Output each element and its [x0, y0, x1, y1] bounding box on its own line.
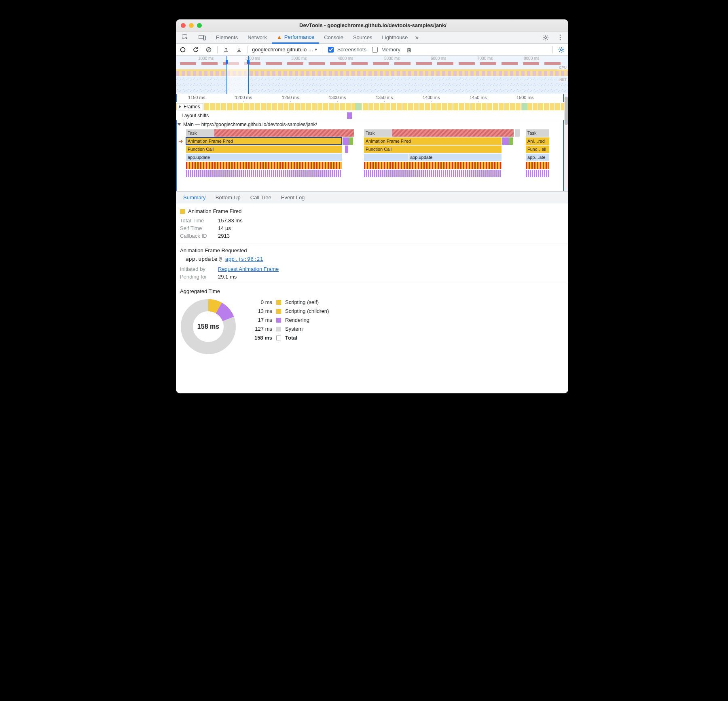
flamechart[interactable]: Task Task Task Animation Frame Fired Ani… [176, 129, 568, 188]
ruler-tick: 1400 ms [423, 95, 440, 100]
main-tabs: Elements Network ▲Performance Console So… [176, 32, 568, 44]
layout-bar[interactable] [502, 137, 509, 145]
tab-bottomup[interactable]: Bottom-Up [211, 191, 245, 203]
download-profile-icon[interactable] [235, 45, 243, 54]
upload-profile-icon[interactable] [222, 45, 231, 54]
function-call-bar[interactable]: Function Call [364, 146, 502, 153]
inspect-icon[interactable] [178, 32, 194, 44]
legend-row: 127 msSystem [248, 326, 329, 332]
frames-track[interactable]: Frames [176, 102, 568, 111]
overview-panel[interactable]: 1000 ms2000 ms3000 ms4000 ms5000 ms6000 … [176, 56, 568, 94]
app-update-bar[interactable]: app…ate [526, 154, 549, 161]
more-tabs-icon[interactable]: » [413, 32, 421, 44]
flamechart-ruler: 1150 ms1200 ms1250 ms1300 ms1350 ms1400 … [176, 94, 568, 102]
subsection-title: Animation Frame Requested [180, 247, 564, 253]
category-swatch-icon [180, 209, 185, 214]
memory-checkbox[interactable]: Memory [370, 46, 400, 54]
ruler-tick: 1350 ms [376, 95, 393, 100]
task-long-bar[interactable] [214, 129, 354, 137]
capture-settings-gear-icon[interactable] [557, 45, 566, 54]
tab-network[interactable]: Network [243, 32, 272, 44]
pending-for: 29.1 ms [218, 274, 237, 280]
device-toggle-icon[interactable] [194, 32, 211, 44]
legend-row: 0 msScripting (self) [248, 299, 329, 305]
task-bar[interactable]: Task [364, 129, 392, 137]
self-time: 14 μs [218, 225, 231, 231]
screenshots-checkbox[interactable]: Screenshots [326, 46, 366, 54]
legend-row: 13 msScripting (children) [248, 308, 329, 314]
collect-garbage-icon[interactable] [404, 45, 413, 54]
svg-rect-7 [407, 49, 411, 52]
function-call-bar[interactable]: Function Call [186, 146, 342, 153]
task-bar[interactable]: Task [186, 129, 214, 137]
callsite-func: app.update [186, 256, 217, 262]
tab-summary[interactable]: Summary [178, 191, 211, 203]
animation-frame-fired-bar[interactable]: Animation Frame Fired [364, 137, 502, 145]
svg-point-8 [561, 49, 562, 50]
tab-calltree[interactable]: Call Tree [245, 191, 276, 203]
ruler-tick: 1450 ms [470, 95, 487, 100]
minimize-icon[interactable] [189, 23, 194, 28]
frames-label[interactable]: Frames [177, 103, 203, 110]
donut-center: 158 ms [180, 298, 237, 355]
window-titlebar: DevTools - googlechrome.github.io/devtoo… [176, 19, 568, 32]
tab-sources[interactable]: Sources [348, 32, 377, 44]
callback-id: 2913 [218, 233, 230, 239]
recording-dropdown[interactable]: googlechrome.github.io …▼ [252, 46, 318, 53]
layout-bar[interactable] [343, 137, 349, 145]
layout-shifts-track[interactable]: Layout shifts [176, 111, 568, 120]
legend-total: 158 msTotal [248, 335, 329, 341]
close-icon[interactable] [181, 23, 186, 28]
layout-bar2[interactable] [345, 146, 348, 153]
task-long-bar[interactable] [392, 129, 514, 137]
devtools-window: DevTools - googlechrome.github.io/devtoo… [176, 19, 568, 393]
animation-frame-fired-bar[interactable]: Ani…red [526, 137, 549, 145]
svg-rect-2 [203, 36, 205, 40]
task-bar[interactable]: Task [526, 129, 549, 137]
tab-console[interactable]: Console [319, 32, 348, 44]
tab-lighthouse[interactable]: Lighthouse [377, 32, 413, 44]
settings-gear-icon[interactable] [538, 32, 554, 44]
kebab-menu-icon[interactable]: ⋮ [554, 32, 567, 44]
paint-bar[interactable] [509, 137, 513, 145]
zoom-icon[interactable] [197, 23, 202, 28]
task-bar[interactable] [515, 129, 520, 137]
svg-point-4 [181, 47, 185, 52]
ruler-tick: 1300 ms [329, 95, 346, 100]
paint-bar[interactable] [349, 137, 353, 145]
event-title: Animation Frame Fired [188, 208, 241, 214]
aggregated-title: Aggregated Time [180, 288, 564, 294]
app-update-bar[interactable] [364, 154, 408, 161]
function-call-bar[interactable]: Func…all [526, 146, 549, 153]
flame-scrollbar[interactable] [564, 94, 568, 191]
flamechart-stage[interactable]: 1150 ms1200 ms1250 ms1300 ms1350 ms1400 … [176, 94, 568, 191]
svg-point-3 [545, 36, 546, 38]
app-update-bar[interactable]: app.update [409, 154, 502, 161]
performance-toolbar: googlechrome.github.io …▼ Screenshots Me… [176, 44, 568, 56]
app-update-bar[interactable]: app.update [186, 154, 342, 161]
total-time: 157.83 ms [218, 217, 243, 224]
overview-selection[interactable] [226, 56, 249, 94]
ruler-tick: 1250 ms [282, 95, 299, 100]
main-thread-header[interactable]: Main — https://googlechrome.github.io/de… [176, 120, 568, 129]
initiated-by-link[interactable]: Request Animation Frame [218, 266, 279, 272]
callsite-link[interactable]: app.js:96:21 [225, 256, 263, 262]
svg-line-6 [207, 48, 210, 51]
ruler-tick: 1200 ms [235, 95, 252, 100]
ruler-tick: 1150 ms [188, 95, 205, 100]
details-tabs: Summary Bottom-Up Call Tree Event Log [176, 191, 568, 203]
clear-button[interactable] [204, 45, 213, 54]
ruler-tick: 1500 ms [516, 95, 533, 100]
chevron-down-icon: ▼ [314, 48, 318, 52]
summary-panel: Animation Frame Fired Total Time157.83 m… [176, 203, 568, 393]
tab-performance[interactable]: ▲Performance [272, 32, 319, 44]
reload-record-button[interactable] [191, 45, 200, 54]
traffic-lights [181, 23, 202, 28]
tab-elements[interactable]: Elements [211, 32, 243, 44]
animation-frame-fired-bar[interactable]: Animation Frame Fired [186, 137, 342, 145]
record-button[interactable] [178, 45, 187, 54]
legend-row: 17 msRendering [248, 317, 329, 323]
svg-rect-1 [199, 35, 203, 39]
tab-eventlog[interactable]: Event Log [276, 191, 310, 203]
warning-icon: ▲ [277, 34, 282, 40]
